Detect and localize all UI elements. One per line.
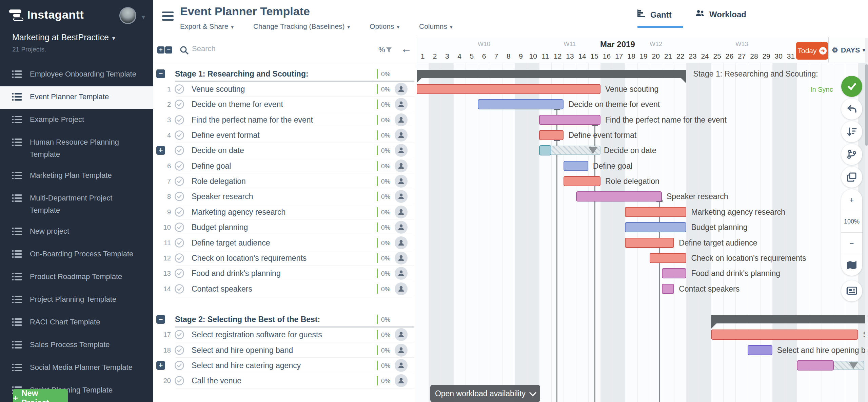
complete-check-icon[interactable] [174,253,184,265]
sidebar-item-multi-department-project-template[interactable]: Multi-Department Project Template [0,188,153,221]
dependencies-branch-button[interactable] [841,144,862,165]
undo-button[interactable] [841,99,862,120]
assignee-avatar[interactable] [395,113,408,126]
assignee-avatar[interactable] [395,83,408,96]
sidebar-item-product-roadmap-template[interactable]: Product Roadmap Template [0,266,153,289]
gantt-bar[interactable] [417,84,600,94]
complete-check-icon[interactable] [174,268,184,280]
sidebar-item-event-planner-template[interactable]: Event Planner Template [0,86,153,109]
menu-export-share[interactable]: Export & Share▾ [180,22,234,30]
gantt-bar[interactable] [564,176,600,186]
gantt-bar[interactable] [650,253,687,263]
task-row[interactable]: 6Define goal0% [153,158,417,173]
workspace-switcher[interactable]: Marketing at BestPractice▾ 21 Projects. [12,33,148,53]
complete-check-icon[interactable] [174,207,184,218]
gantt-bar[interactable] [625,207,686,217]
complete-check-icon[interactable] [174,130,184,142]
assignee-avatar[interactable] [395,374,408,387]
complete-check-icon[interactable] [174,161,184,172]
task-row[interactable]: 1Venue scouting0% [153,81,417,97]
scrollbar-thumb[interactable] [865,64,868,146]
task-row[interactable]: +Select and hire catering agency0% [153,358,417,373]
task-row[interactable]: 7Role delegation0% [153,173,417,189]
gantt-bar[interactable] [539,115,600,125]
in-sync-check-button[interactable] [841,76,862,97]
summary-bar[interactable] [711,315,868,323]
deadline-marker-icon[interactable] [589,147,597,154]
complete-check-icon[interactable] [174,284,184,295]
complete-check-icon[interactable] [174,145,184,157]
legend-card-button[interactable] [841,280,862,301]
hamburger-menu-icon[interactable] [162,12,174,21]
assignee-avatar[interactable] [395,221,408,234]
menu-options[interactable]: Options▾ [370,22,399,30]
timescale-days-dropdown[interactable]: ⚙ DAYS ▾ [828,37,868,63]
sidebar-item-social-media-planner-template[interactable]: Social Media Planner Template [0,357,153,380]
assignee-avatar[interactable] [395,252,408,265]
complete-check-icon[interactable] [174,330,184,341]
menu-change-tracking[interactable]: Change Tracking (Baselines)▾ [253,22,350,30]
task-row[interactable]: 9Marketing agency research0% [153,204,417,219]
task-row[interactable]: 8Speaker research0% [153,189,417,204]
complete-check-icon[interactable] [174,360,184,372]
gantt-bar[interactable] [797,360,834,371]
task-row[interactable]: 14Contact speakers0% [153,281,417,296]
gantt-bar[interactable] [711,330,858,340]
gantt-bar[interactable] [625,222,686,232]
user-avatar[interactable] [119,7,136,24]
zoom-out-button[interactable]: − [841,233,862,254]
gantt-bar[interactable] [662,284,674,294]
sidebar-item-employee-onboarding-template[interactable]: Employee Onboarding Template [0,64,153,86]
task-row[interactable]: +Decide on date0% [153,143,417,158]
assignee-avatar[interactable] [395,129,408,142]
assignee-avatar[interactable] [395,328,408,341]
task-row[interactable]: 18Select and hire opening band0% [153,342,417,358]
minimap-button[interactable] [841,254,862,276]
assignee-avatar[interactable] [395,282,408,295]
gantt-bar[interactable] [478,99,564,109]
vertical-scrollbar[interactable] [865,38,868,402]
expand-button[interactable]: + [156,146,165,155]
gantt-bar[interactable] [539,145,551,155]
gantt-bar[interactable] [539,130,564,140]
complete-check-icon[interactable] [174,99,184,111]
stage-row[interactable]: −Stage 2: Selecting the Best of the Best… [153,312,417,327]
task-row[interactable]: 17Select registration software for guest… [153,327,417,342]
sidebar-item-project-planning-template[interactable]: Project Planning Template [0,289,153,312]
collapse-button[interactable]: − [156,69,165,78]
assignee-avatar[interactable] [395,236,408,249]
task-row[interactable]: 10Budget planning0% [153,220,417,235]
complete-check-icon[interactable] [174,376,184,387]
stage-row[interactable]: −Stage 1: Researching and Scouting:0% [153,66,417,81]
zoom-in-button[interactable]: + [841,189,862,211]
tab-gantt[interactable]: Gantt [637,9,672,20]
assignee-avatar[interactable] [395,160,408,172]
sidebar-item-marketing-plan-template[interactable]: Marketing Plan Template [0,165,153,188]
assignee-avatar[interactable] [395,98,408,111]
assignee-avatar[interactable] [395,267,408,280]
task-row[interactable]: 4Define event format0% [153,127,417,143]
assignee-avatar[interactable] [395,344,408,357]
deadline-marker-icon[interactable] [849,362,858,369]
sidebar-item-human-resource-planning-template[interactable]: Human Resource Planning Template [0,132,153,165]
tab-workload[interactable]: Workload [695,9,746,20]
gantt-bar[interactable] [576,191,662,202]
new-project-button[interactable]: + New Project [13,389,68,402]
complete-check-icon[interactable] [174,345,184,357]
sidebar-item-new-project[interactable]: New project [0,221,153,244]
assignee-avatar[interactable] [395,175,408,188]
sidebar-item-sales-process-template[interactable]: Sales Process Template [0,334,153,357]
gantt-bar[interactable] [564,161,588,171]
sidebar-item-example-project[interactable]: Example Project [0,109,153,132]
sidebar-item-on-boarding-process-template[interactable]: On-Boarding Process Template [0,244,153,266]
complete-check-icon[interactable] [174,238,184,249]
summary-bar[interactable] [417,70,686,78]
gantt-bar[interactable] [662,268,686,278]
assignee-avatar[interactable] [395,190,408,203]
task-row[interactable]: 2Decide on theme for event0% [153,97,417,112]
assignee-avatar[interactable] [395,144,408,157]
complete-check-icon[interactable] [174,222,184,234]
complete-check-icon[interactable] [174,115,184,126]
gantt-bar[interactable] [625,238,674,248]
assignee-avatar[interactable] [395,206,408,218]
